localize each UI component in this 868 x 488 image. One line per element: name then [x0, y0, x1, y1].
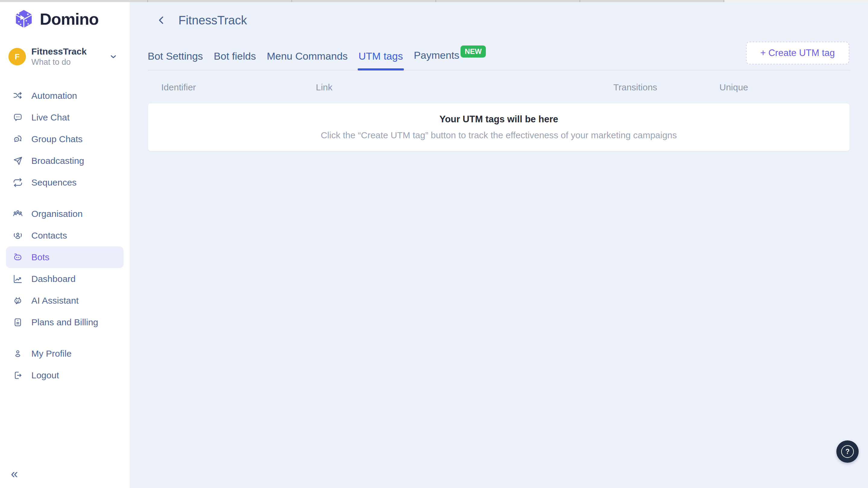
repeat-icon [13, 177, 23, 188]
tab-bot-settings[interactable]: Bot Settings [148, 50, 203, 70]
group-chats-icon [13, 134, 23, 144]
tab-bot-fields[interactable]: Bot fields [214, 50, 256, 70]
new-badge: NEW [461, 45, 486, 58]
browser-tab-strip [0, 0, 868, 2]
column-identifier: Identifier [148, 82, 316, 93]
robot-icon [13, 252, 23, 262]
main-content: FitnessTrack + Create UTM tag Bot Settin… [130, 0, 868, 488]
help-button[interactable]: ? [836, 441, 859, 463]
sidebar-item-broadcasting[interactable]: Broadcasting [6, 150, 124, 172]
workspace-subtitle: What to do [31, 57, 87, 67]
create-utm-tag-button[interactable]: + Create UTM tag [746, 41, 849, 64]
sidebar-item-my-profile[interactable]: My Profile [6, 343, 124, 364]
person-icon [13, 349, 23, 359]
sidebar-item-dashboard[interactable]: Dashboard [6, 268, 124, 290]
sidebar-nav: Automation Live Chat Group Chats [0, 85, 130, 386]
brand[interactable]: Domino [0, 9, 130, 29]
chat-bubble-icon [13, 112, 23, 123]
tab-utm-tags[interactable]: UTM tags [359, 50, 403, 70]
sidebar-item-ai-assistant[interactable]: AI Assistant [6, 290, 124, 312]
ai-robot-icon [13, 295, 23, 306]
collapse-icon: « [11, 466, 18, 481]
contacts-icon [13, 230, 23, 241]
sidebar-item-organisation[interactable]: Organisation [6, 203, 124, 225]
domino-logo-icon [14, 9, 34, 29]
shuffle-icon [13, 91, 23, 101]
column-transitions: Transitions [613, 82, 719, 93]
column-link: Link [316, 82, 613, 93]
back-button[interactable] [156, 15, 167, 26]
billing-icon [13, 317, 23, 327]
column-unique: Unique [719, 82, 850, 93]
avatar-initial: F [15, 52, 20, 61]
empty-state-subtitle: Click the “Create UTM tag” button to tra… [321, 130, 677, 140]
paper-plane-icon [13, 156, 23, 166]
tab-menu-commands[interactable]: Menu Commands [267, 50, 347, 70]
empty-state-title: Your UTM tags will be here [439, 114, 558, 125]
line-chart-icon [13, 274, 23, 284]
sidebar-item-contacts[interactable]: Contacts [6, 225, 124, 247]
question-mark-icon: ? [841, 445, 854, 458]
brand-name: Domino [40, 10, 98, 28]
workspace-name: FitnessTrack [31, 46, 87, 57]
tab-payments[interactable]: PaymentsNEW [414, 49, 486, 70]
logout-icon [13, 370, 23, 381]
sidebar: Domino F FitnessTrack What to do Automat… [0, 0, 130, 488]
table-header: Identifier Link Transitions Unique [148, 75, 850, 99]
workspace-avatar: F [8, 48, 26, 65]
sidebar-item-sequences[interactable]: Sequences [6, 172, 124, 193]
workspace-selector[interactable]: F FitnessTrack What to do [0, 47, 130, 66]
empty-state: Your UTM tags will be here Click the “Cr… [148, 103, 850, 151]
collapse-sidebar-button[interactable]: « [11, 467, 18, 480]
sidebar-item-logout[interactable]: Logout [6, 364, 124, 386]
sidebar-item-bots[interactable]: Bots [6, 247, 124, 268]
sidebar-item-group-chats[interactable]: Group Chats [6, 128, 124, 150]
organisation-icon [13, 209, 23, 219]
sidebar-item-live-chat[interactable]: Live Chat [6, 107, 124, 128]
sidebar-item-automation[interactable]: Automation [6, 85, 124, 107]
tabs: Bot Settings Bot fields Menu Commands UT… [148, 49, 850, 70]
sidebar-item-plans-and-billing[interactable]: Plans and Billing [6, 312, 124, 333]
page-header: FitnessTrack [130, 13, 868, 27]
page-title: FitnessTrack [179, 13, 247, 27]
chevron-down-icon [109, 53, 118, 61]
chevron-left-icon [156, 15, 167, 26]
